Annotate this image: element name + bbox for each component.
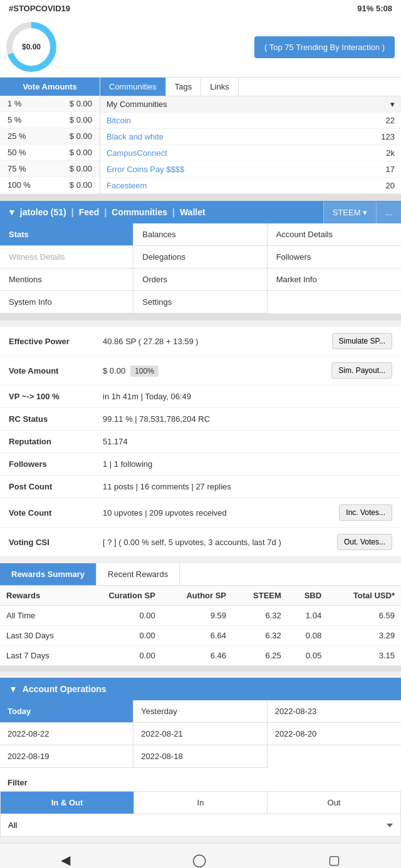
filter-btn-in[interactable]: In [134,792,268,814]
rewards-tabs: Rewards Summary Recent Rewards [0,563,401,586]
stats-grid: StatsBalancesAccount DetailsWitness Deta… [0,223,401,314]
vote-row[interactable]: 5 %$ 0.00 [0,112,100,128]
rewards-table: RewardsCuration SPAuthor SPSTEEMSBDTotal… [0,586,401,665]
stats-cell-market-info[interactable]: Market Info [268,268,401,291]
vote-row[interactable]: 1 %$ 0.00 [0,96,100,112]
community-list: My Communities▾Bitcoin22Black and white1… [100,96,401,194]
rewards-row: All Time0.009.596.321.046.59 [0,606,401,626]
info-row: Effective Power 40.86 SP ( 27.28 + 13.59… [0,327,401,356]
tab-recent-rewards[interactable]: Recent Rewards [96,563,180,585]
stats-cell-delegations[interactable]: Delegations [133,246,267,268]
tab-communities[interactable]: Communities [100,78,166,96]
status-left: #STOPCOVID19 [9,4,70,13]
account-operations: ▼ Account Operations TodayYesterday2022-… [0,678,401,768]
filter-select[interactable]: All [0,814,401,837]
community-list-item[interactable]: Error Coins Pay $$$$17 [100,161,401,178]
date-cell[interactable]: 2022-08-19 [0,745,133,768]
date-cell[interactable]: 2022-08-18 [133,745,267,768]
nav-wallet[interactable]: Wallet [180,207,206,217]
home-icon[interactable]: ◯ [192,852,206,867]
community-list-item[interactable]: Facesteem20 [100,178,401,194]
action-button[interactable]: Out. Votes... [337,534,392,550]
nav-feed[interactable]: Feed [79,207,100,217]
date-cell[interactable]: 2022-08-22 [0,723,133,745]
action-button[interactable]: Sim. Payout... [331,362,392,379]
info-section: Effective Power 40.86 SP ( 27.28 + 13.59… [0,327,401,557]
filter-btn-out[interactable]: Out [268,792,400,814]
info-row: Vote Amount $ 0.00100%Sim. Payout... [0,356,401,385]
user-nav-right: STEEM ▾ ... [323,202,401,223]
date-cell[interactable]: 2022-08-23 [268,700,401,723]
stats-cell-stats[interactable]: Stats [0,223,133,246]
action-button[interactable]: Inc. Votes... [339,504,392,521]
top-section: $0.00 ( Top 75 Trending By Interaction ) [0,17,401,78]
community-list-item: My Communities▾ [100,96,401,113]
separator-2 [0,314,401,320]
filter-btn-in-and-out[interactable]: In & Out [1,792,134,814]
vote-row[interactable]: 50 %$ 0.00 [0,145,100,161]
trending-button[interactable]: ( Top 75 Trending By Interaction ) [254,36,395,58]
community-list-item[interactable]: Bitcoin22 [100,113,401,129]
communities-tabs: Communities Tags Links [100,78,401,96]
community-list-item[interactable]: CampusConnect2k [100,145,401,161]
date-cell[interactable]: 2022-08-20 [268,723,401,745]
stats-cell-settings[interactable]: Settings [133,291,267,314]
filter-label: Filter [0,774,401,791]
nav-communities[interactable]: Communities [112,207,167,217]
status-right: 91% 5:08 [357,4,392,13]
user-nav-left: ▼ jatoleo (51) | Feed | Communities | Wa… [0,201,323,223]
vote-row[interactable]: 25 %$ 0.00 [0,128,100,145]
username: jatoleo (51) [20,207,66,217]
account-ops-header: ▼ Account Operations [0,678,401,700]
dropdown-icon[interactable]: ▼ [8,207,16,217]
stats-cell-mentions[interactable]: Mentions [0,268,133,291]
stats-cell-system-info[interactable]: System Info [0,291,133,314]
status-bar: #STOPCOVID19 91% 5:08 [0,0,401,17]
stats-cell-orders[interactable]: Orders [133,268,267,291]
info-row: Post Count 11 posts | 16 comments | 27 r… [0,476,401,498]
stats-cell-account-details[interactable]: Account Details [268,223,401,246]
separator-1 [0,195,401,201]
info-row: RC Status 99.11 % | 78,531,786,204 RC [0,408,401,431]
rewards-row: Last 7 Days0.006.466.250.053.15 [0,646,401,666]
info-row: Followers 1 | 1 following [0,453,401,476]
rewards-header: Rewards [0,586,81,606]
vote-amounts-panel: Vote Amounts 1 %$ 0.005 %$ 0.0025 %$ 0.0… [0,78,100,194]
recents-icon[interactable]: ▢ [328,852,340,867]
tab-rewards-summary[interactable]: Rewards Summary [0,563,96,585]
community-list-item[interactable]: Black and white123 [100,129,401,145]
rewards-header: Total USD* [328,586,401,606]
more-button[interactable]: ... [376,202,401,223]
filter-buttons: In & OutInOut [0,791,401,814]
vote-rows: 1 %$ 0.005 %$ 0.0025 %$ 0.0050 %$ 0.0075… [0,96,100,193]
tab-links[interactable]: Links [201,78,238,96]
back-icon[interactable]: ◀ [61,852,70,867]
android-nav: ◀ ◯ ▢ [0,843,401,868]
rewards-header: STEEM [232,586,288,606]
info-row: Vote Count 10 upvotes | 209 upvotes rece… [0,498,401,528]
info-row: Voting CSI [ ? ] ( 0.00 % self, 5 upvote… [0,528,401,557]
info-row: VP ~-> 100 % in 1h 41m | Today, 06:49 [0,385,401,408]
vote-row[interactable]: 75 %$ 0.00 [0,161,100,177]
rewards-header: Author SP [162,586,232,606]
communities-panel: Communities Tags Links My Communities▾Bi… [100,78,401,194]
date-cell[interactable]: Yesterday [133,700,267,723]
triangle-icon: ▼ [9,684,18,694]
stats-cell-balances[interactable]: Balances [133,223,267,246]
panel-row: Vote Amounts 1 %$ 0.005 %$ 0.0025 %$ 0.0… [0,78,401,195]
vote-amounts-header: Vote Amounts [0,78,100,96]
steem-button[interactable]: STEEM ▾ [323,202,376,223]
action-button[interactable]: Simulate SP... [332,333,392,349]
vote-row[interactable]: 100 %$ 0.00 [0,177,100,193]
date-cell[interactable]: 2022-08-21 [133,723,267,745]
user-nav: ▼ jatoleo (51) | Feed | Communities | Wa… [0,201,401,223]
info-row: Reputation 51.174 [0,431,401,453]
stats-cell-followers[interactable]: Followers [268,246,401,268]
separator-3 [0,665,401,671]
stats-cell-witness-details[interactable]: Witness Details [0,246,133,268]
date-cell[interactable]: Today [0,700,133,723]
tab-tags[interactable]: Tags [166,78,201,96]
rewards-header: SBD [288,586,328,606]
balance-circle: $0.00 [6,22,56,72]
filter-section: Filter In & OutInOut All [0,768,401,837]
